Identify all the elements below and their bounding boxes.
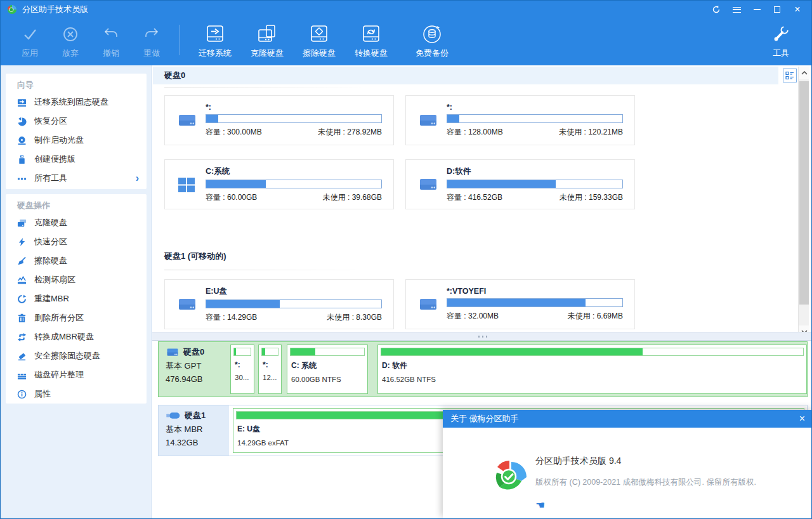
- redo-icon: [143, 22, 160, 46]
- unused-label: 未使用 : 39.68GB: [323, 192, 382, 203]
- sidebar-item-properties[interactable]: 属性: [6, 384, 147, 404]
- windows-logo-icon: [178, 176, 198, 193]
- partition-title: *:: [447, 103, 623, 112]
- trash-icon: [17, 313, 27, 323]
- undo-button[interactable]: 撤销: [91, 22, 131, 59]
- capacity-bar: [206, 114, 382, 123]
- capacity-label: 容量 : 300.00MB: [206, 127, 262, 138]
- window-title: 分区助手技术员版: [22, 4, 88, 15]
- sidebar-item-delete-all-partitions[interactable]: 删除所有分区: [6, 308, 147, 327]
- redo-button[interactable]: 重做: [131, 22, 172, 59]
- toolbar: 应用 放弃 撤销 重做 迁移系统 克隆硬盘: [1, 18, 811, 65]
- usage-fill: [381, 348, 643, 355]
- view-mode-icon[interactable]: [783, 69, 797, 82]
- partition-block[interactable]: C: 系统 60.00GB NTFS: [287, 345, 368, 394]
- partition-title: D:软件: [447, 166, 623, 177]
- capacity-bar: [447, 114, 623, 123]
- close-button[interactable]: ×: [792, 4, 802, 15]
- product-name: 分区助手技术员版 9.4: [535, 456, 621, 467]
- minimize-button[interactable]: [752, 4, 762, 15]
- free-backup-icon: [421, 22, 443, 46]
- apply-button[interactable]: 应用: [10, 22, 50, 59]
- disk0-group-header: 硬盘0: [153, 67, 778, 84]
- eraser-icon: [17, 351, 27, 361]
- partition-block[interactable]: D: 软件 416.52GB NTFS: [377, 345, 807, 394]
- sidebar-item-rebuild-mbr[interactable]: 重建MBR: [6, 289, 147, 308]
- recover-partition-icon: [17, 117, 27, 126]
- sidebar-item-clone-disk[interactable]: 克隆硬盘: [6, 213, 147, 232]
- about-dialog-title: 关于 傲梅分区助手: [450, 413, 519, 424]
- partition-title: C:系统: [206, 166, 382, 177]
- sidebar-item-make-bootable-cd[interactable]: 制作启动光盘: [6, 131, 147, 150]
- wipe-disk-button[interactable]: 擦除硬盘: [293, 22, 345, 59]
- partition-card[interactable]: C:系统 容量 : 60.00GB未使用 : 39.68GB: [164, 159, 394, 209]
- migrate-system-button[interactable]: 迁移系统: [189, 22, 241, 59]
- maximize-button[interactable]: [772, 4, 782, 15]
- sidebar-item-migrate-to-ssd[interactable]: 迁移系统到固态硬盘: [6, 93, 147, 112]
- divider: [164, 270, 367, 270]
- sidebar-item-disk-defrag[interactable]: 磁盘碎片整理: [6, 365, 147, 384]
- refresh-icon[interactable]: [711, 4, 721, 15]
- capacity-fill: [447, 180, 556, 188]
- capacity-label: 容量 : 60.00GB: [206, 192, 257, 203]
- disk1-map-header[interactable]: 硬盘1 基本 MBR 14.32GB: [159, 405, 229, 456]
- partition-card[interactable]: *: 容量 : 300.00MB未使用 : 278.92MB: [164, 95, 394, 145]
- disk0-map-row[interactable]: 硬盘0 基本 GPT 476.94GB *: 30... *: 12... C:…: [158, 341, 808, 397]
- partition-card[interactable]: *: 容量 : 128.00MB未使用 : 120.21MB: [405, 95, 635, 145]
- partition-card[interactable]: E:U盘 容量 : 14.29GB未使用 : 8.30GB: [164, 279, 394, 329]
- usb-drive-icon: [166, 411, 181, 420]
- dialog-close-button[interactable]: ×: [799, 413, 805, 424]
- clone-disk-icon: [256, 22, 278, 46]
- lightning-icon: [17, 237, 27, 247]
- partition-card[interactable]: D:软件 容量 : 416.52GB未使用 : 159.33GB: [405, 159, 635, 209]
- about-dialog-titlebar: 关于 傲梅分区助手 ×: [443, 410, 812, 428]
- unused-label: 未使用 : 120.21MB: [559, 127, 623, 138]
- disk-size: 476.94GB: [166, 374, 229, 384]
- sidebar-item-check-bad-sectors[interactable]: 检测坏扇区: [6, 270, 147, 289]
- tools-button[interactable]: 工具: [761, 22, 801, 59]
- unused-label: 未使用 : 278.92MB: [318, 127, 382, 138]
- partition-block[interactable]: *: 30...: [230, 345, 254, 394]
- scrollbar-thumb[interactable]: [799, 81, 809, 305]
- scrollbar[interactable]: [798, 67, 809, 338]
- partition-block[interactable]: *: 12...: [258, 345, 282, 394]
- disk-name: 硬盘1: [185, 410, 206, 421]
- chevron-right-icon: ›: [136, 173, 139, 184]
- drive-icon: [178, 296, 198, 313]
- convert-disk-button[interactable]: 转换硬盘: [345, 22, 397, 59]
- scroll-up-button[interactable]: [799, 67, 809, 79]
- wizards-panel: 向导 迁移系统到固态硬盘 恢复分区 制作启动光盘 创建便携版 所有工具 ›: [6, 74, 147, 189]
- usage-bar: [290, 348, 365, 356]
- capacity-bar: [447, 298, 623, 307]
- partition-card[interactable]: *:VTOYEFI 容量 : 32.00MB未使用 : 6.69MB: [405, 279, 635, 329]
- splitter-handle[interactable]: [152, 332, 811, 341]
- wizards-section-title: 向导: [6, 74, 147, 93]
- clone-disk-button[interactable]: 克隆硬盘: [241, 22, 293, 59]
- drive-icon: [419, 112, 439, 129]
- disk-size: 14.32GB: [166, 438, 229, 447]
- sidebar-item-create-portable[interactable]: 创建便携版: [6, 150, 147, 169]
- wrench-icon: [771, 22, 790, 46]
- sidebar-item-secure-erase-ssd[interactable]: 安全擦除固态硬盘: [6, 346, 147, 365]
- menu-icon[interactable]: [731, 4, 742, 15]
- toolbar-separator: [180, 25, 180, 55]
- cancel-circle-icon: [62, 22, 79, 46]
- rebuild-mbr-icon: [17, 294, 27, 304]
- sidebar-item-convert-to-mbr[interactable]: 转换成MBR硬盘: [6, 327, 147, 346]
- free-backup-button[interactable]: 免费备份: [406, 22, 458, 59]
- usb-portable-icon: [17, 155, 27, 164]
- app-logo-icon: [7, 4, 17, 15]
- capacity-bar: [206, 299, 382, 308]
- hand-cursor-icon[interactable]: ☚: [535, 499, 545, 512]
- discard-button[interactable]: 放弃: [50, 22, 91, 59]
- sidebar-item-quick-partition[interactable]: 快速分区: [6, 232, 147, 251]
- usage-bar: [261, 348, 278, 356]
- partition-title: *:VTOYEFI: [447, 287, 623, 296]
- capacity-label: 容量 : 416.52GB: [447, 192, 502, 203]
- sidebar-item-wipe-disk[interactable]: 擦除硬盘: [6, 251, 147, 270]
- disk-name: 硬盘0: [183, 346, 204, 358]
- sidebar-item-recover-partition[interactable]: 恢复分区: [6, 112, 147, 131]
- disk-operations-section-title: 硬盘操作: [6, 194, 147, 213]
- disk0-map-header[interactable]: 硬盘0 基本 GPT 476.94GB: [159, 342, 229, 397]
- sidebar-item-all-tools[interactable]: 所有工具 ›: [6, 169, 147, 188]
